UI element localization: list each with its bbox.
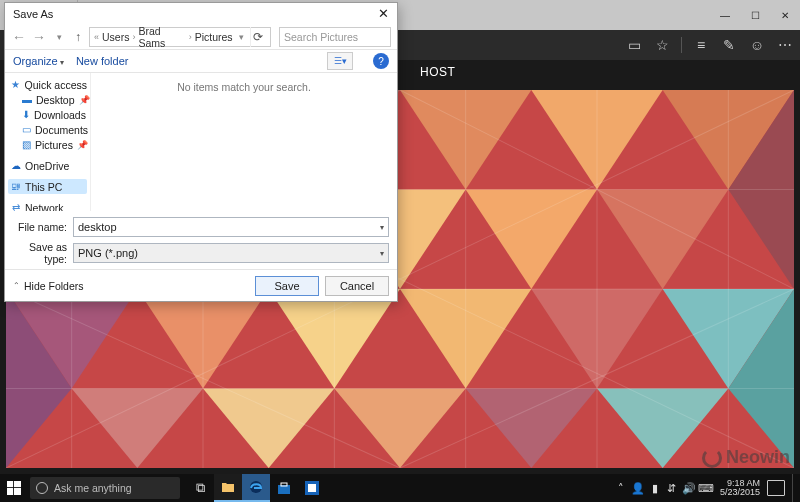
svg-rect-45: [7, 488, 13, 495]
file-name-value: desktop: [78, 221, 117, 233]
favorite-star-icon[interactable]: ☆: [653, 36, 671, 54]
file-name-label: File name:: [13, 221, 73, 233]
tree-desktop[interactable]: ▬Desktop📌: [8, 92, 87, 107]
store-icon: [277, 481, 291, 495]
chevron-right-icon: ›: [132, 32, 135, 42]
tray-volume-icon[interactable]: 🔊: [682, 474, 696, 502]
tray-people-icon[interactable]: 👤: [631, 474, 645, 502]
collapse-icon: ⌃: [13, 281, 20, 290]
task-view-button[interactable]: ⧉: [186, 474, 214, 502]
cortana-placeholder: Ask me anything: [54, 482, 132, 494]
taskbar: Ask me anything ⧉ ˄ 👤 ▮ ⇵ 🔊 ⌨ 9:18 AM 5/…: [0, 474, 800, 502]
search-input[interactable]: Search Pictures: [279, 27, 391, 47]
more-icon[interactable]: ⋯: [776, 36, 794, 54]
folder-icon: [221, 480, 235, 494]
dialog-title: Save As: [13, 8, 53, 20]
save-as-type-dropdown-icon[interactable]: ▾: [380, 249, 384, 258]
crumb-folder[interactable]: Pictures: [195, 31, 233, 43]
save-as-dialog: Save As ✕ ← → ▾ ↑ « Users › Brad Sams › …: [4, 2, 398, 302]
network-icon: ⇄: [11, 203, 21, 212]
start-button[interactable]: [0, 474, 28, 502]
pin-icon: 📌: [77, 140, 88, 150]
nav-back-icon[interactable]: ←: [11, 29, 27, 45]
tree-pictures[interactable]: ▧Pictures📌: [8, 137, 87, 152]
page-title: HOST: [420, 65, 455, 79]
help-icon[interactable]: ?: [373, 53, 389, 69]
pictures-icon: ▧: [22, 140, 31, 150]
breadcrumb-bar[interactable]: « Users › Brad Sams › Pictures ▾ ⟳: [89, 27, 271, 47]
svg-rect-43: [7, 481, 13, 487]
document-icon: ▭: [22, 125, 31, 135]
breadcrumb-root-icon[interactable]: «: [94, 32, 99, 42]
save-as-type-select[interactable]: PNG (*.png) ▾: [73, 243, 389, 263]
tree-network[interactable]: ⇄Network: [8, 200, 87, 211]
dialog-footer: ⌃Hide Folders Save Cancel: [5, 269, 397, 301]
empty-state-text: No items match your search.: [177, 81, 311, 93]
cloud-icon: ☁: [11, 161, 21, 171]
tree-quick-access[interactable]: ★Quick access: [8, 77, 87, 92]
nav-up-icon[interactable]: ↑: [71, 30, 85, 44]
breadcrumb-dropdown-icon[interactable]: ▾: [239, 32, 244, 42]
dialog-titlebar[interactable]: Save As ✕: [5, 3, 397, 25]
tree-documents[interactable]: ▭Documents📌: [8, 122, 87, 137]
new-folder-button[interactable]: New folder: [76, 55, 129, 67]
hide-folders-toggle[interactable]: ⌃Hide Folders: [13, 280, 84, 292]
taskbar-app-store[interactable]: [270, 474, 298, 502]
svg-rect-49: [281, 483, 287, 486]
taskbar-app-unknown[interactable]: [298, 474, 326, 502]
view-options-button[interactable]: ☰▾: [327, 52, 353, 70]
cortana-icon: [36, 482, 48, 494]
system-tray: ˄ 👤 ▮ ⇵ 🔊 ⌨ 9:18 AM 5/23/2015: [614, 474, 800, 502]
dialog-body: ★Quick access ▬Desktop📌 ⬇Downloads📌 ▭Doc…: [5, 73, 397, 211]
file-name-input[interactable]: desktop ▾: [73, 217, 389, 237]
tray-network-icon[interactable]: ⇵: [665, 474, 679, 502]
file-list[interactable]: No items match your search.: [91, 73, 397, 211]
pc-icon: 🖳: [11, 182, 21, 192]
show-desktop-button[interactable]: [792, 474, 796, 502]
refresh-icon[interactable]: ⟳: [250, 27, 266, 47]
hub-icon[interactable]: ≡: [692, 36, 710, 54]
save-as-type-value: PNG (*.png): [78, 247, 138, 259]
window-maximize-button[interactable]: ☐: [740, 1, 770, 29]
save-as-type-label: Save as type:: [13, 241, 73, 265]
dialog-nav-row: ← → ▾ ↑ « Users › Brad Sams › Pictures ▾…: [5, 25, 397, 49]
clock[interactable]: 9:18 AM 5/23/2015: [716, 479, 764, 497]
taskbar-app-explorer[interactable]: [214, 474, 242, 502]
webnote-icon[interactable]: ✎: [720, 36, 738, 54]
crumb-user[interactable]: Brad Sams: [138, 25, 185, 49]
save-button[interactable]: Save: [255, 276, 319, 296]
tray-keyboard-icon[interactable]: ⌨: [699, 474, 713, 502]
tree-downloads[interactable]: ⬇Downloads📌: [8, 107, 87, 122]
tray-overflow-icon[interactable]: ˄: [614, 474, 628, 502]
share-icon[interactable]: ☺: [748, 36, 766, 54]
desktop-icon: ▬: [22, 95, 32, 105]
search-placeholder: Search Pictures: [284, 31, 358, 43]
watermark-text: Neowin: [726, 447, 790, 468]
cortana-search-input[interactable]: Ask me anything: [30, 477, 180, 499]
cancel-button[interactable]: Cancel: [325, 276, 389, 296]
file-name-dropdown-icon[interactable]: ▾: [380, 223, 384, 232]
app-icon: [305, 481, 319, 495]
action-center-icon[interactable]: [767, 480, 785, 496]
nav-recent-icon[interactable]: ▾: [51, 29, 67, 45]
dialog-close-button[interactable]: ✕: [371, 4, 395, 22]
save-fields: File name: desktop ▾ Save as type: PNG (…: [5, 211, 397, 269]
organize-menu[interactable]: Organize: [13, 55, 64, 67]
dialog-toolbar: Organize New folder ☰▾ ?: [5, 49, 397, 73]
task-view-icon: ⧉: [196, 480, 205, 496]
watermark: Neowin: [702, 447, 790, 468]
windows-logo-icon: [7, 481, 21, 495]
window-close-button[interactable]: ✕: [770, 1, 800, 29]
reading-view-icon[interactable]: ▭: [625, 36, 643, 54]
nav-forward-icon[interactable]: →: [31, 29, 47, 45]
tree-onedrive[interactable]: ☁OneDrive: [8, 158, 87, 173]
watermark-logo-icon: [702, 448, 722, 468]
svg-rect-46: [14, 488, 21, 495]
window-minimize-button[interactable]: —: [710, 1, 740, 29]
tray-battery-icon[interactable]: ▮: [648, 474, 662, 502]
crumb-users[interactable]: Users: [102, 31, 129, 43]
tree-this-pc[interactable]: 🖳This PC: [8, 179, 87, 194]
clock-date: 5/23/2015: [720, 488, 760, 497]
nav-tree: ★Quick access ▬Desktop📌 ⬇Downloads📌 ▭Doc…: [5, 73, 91, 211]
taskbar-app-edge[interactable]: [242, 474, 270, 502]
